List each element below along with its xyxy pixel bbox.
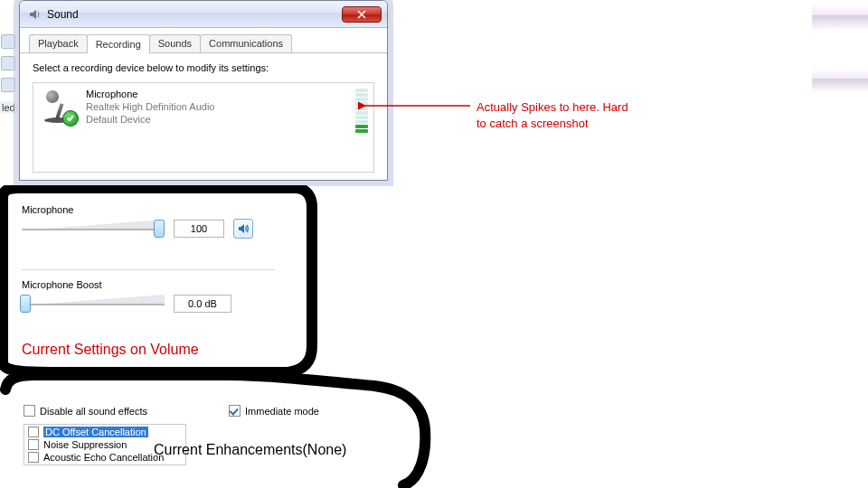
microphone-boost-value[interactable]: 0.0 dB: [174, 295, 231, 313]
enhancement-dc-offset[interactable]: DC Offset Cancellation: [24, 426, 185, 438]
device-row-microphone[interactable]: Microphone Realtek High Definition Audio…: [37, 87, 370, 127]
checkbox-icon: [24, 405, 35, 417]
device-name: Microphone: [86, 89, 214, 101]
title-bar[interactable]: Sound: [20, 1, 387, 28]
volume-panel: Microphone 100 Microphone Boost 0.0 dB: [22, 204, 289, 344]
window-title: Sound: [47, 8, 342, 21]
microphone-boost-slider[interactable]: [22, 294, 165, 314]
list-item-label: DC Offset Cancellation: [43, 427, 148, 437]
sound-dialog: Sound Playback Recording Sounds Communic…: [19, 0, 388, 181]
checkbox-icon: [28, 439, 39, 450]
default-device-check-icon: [62, 110, 79, 127]
input-level-meter: [355, 89, 368, 133]
microphone-boost-label: Microphone Boost: [22, 279, 289, 290]
disable-all-effects-checkbox[interactable]: Disable all sound effects: [24, 405, 147, 417]
background-text: led: [0, 101, 17, 114]
device-status: Default Device: [86, 114, 214, 127]
annotation-text: Actually Spikes to here. Hard to catch a…: [476, 99, 630, 131]
checkbox-label: Immediate mode: [245, 406, 319, 417]
background-icons: [0, 33, 16, 99]
close-button[interactable]: [342, 6, 382, 23]
microphone-volume-value[interactable]: 100: [174, 220, 224, 238]
divider: [22, 269, 275, 270]
device-list[interactable]: Microphone Realtek High Definition Audio…: [33, 82, 374, 173]
volume-caption: Current Settings on Volume: [22, 342, 199, 358]
list-item-label: Noise Suppression: [43, 439, 127, 450]
tab-playback[interactable]: Playback: [29, 34, 88, 52]
tab-strip: Playback Recording Sounds Communications: [20, 28, 387, 53]
immediate-mode-checkbox[interactable]: Immediate mode: [229, 405, 319, 417]
checkbox-label: Disable all sound effects: [40, 406, 147, 417]
microphone-volume-slider[interactable]: [22, 219, 165, 239]
microphone-volume-label: Microphone: [22, 204, 289, 215]
tab-sounds[interactable]: Sounds: [149, 34, 201, 52]
tab-recording[interactable]: Recording: [87, 34, 150, 53]
background-strip: [812, 69, 868, 92]
microphone-icon: [41, 89, 77, 125]
checkbox-icon: [28, 452, 39, 463]
device-driver: Realtek High Definition Audio: [86, 101, 214, 114]
instruction-text: Select a recording device below to modif…: [33, 62, 374, 73]
tab-communications[interactable]: Communications: [200, 34, 292, 52]
checkbox-icon: [28, 427, 39, 437]
enhancements-caption: Current Enhancements(None): [154, 442, 346, 458]
checkbox-icon: [229, 405, 241, 417]
sound-icon: [27, 7, 42, 22]
list-item-label: Acoustic Echo Cancellation: [43, 452, 164, 463]
speaker-button[interactable]: [233, 219, 253, 239]
background-strip: [812, 4, 868, 31]
